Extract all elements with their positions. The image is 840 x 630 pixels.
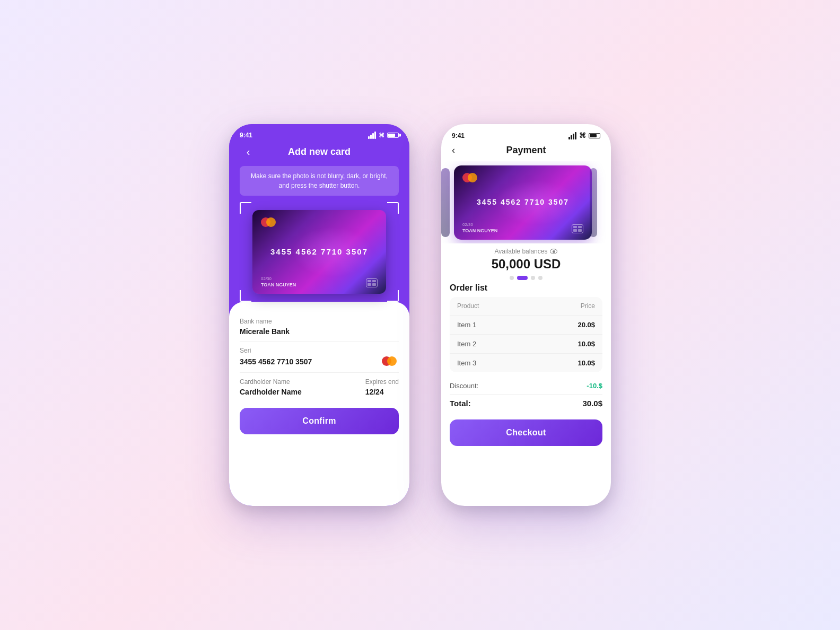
card2-number: 3455 4562 7710 3507 xyxy=(462,198,583,206)
card-expiry-holder: 02/30 TOAN NGUYEN xyxy=(261,276,296,287)
phone1-bottom: Bank name Micerale Bank Seri 3455 4562 7… xyxy=(229,302,409,506)
carousel-card-right xyxy=(590,168,597,237)
order-item-1: Item 1 20.0$ xyxy=(450,316,602,335)
mastercard-logo-icon xyxy=(261,217,276,227)
phone1-top: 9:41 ⌘ ‹ Add new card xyxy=(229,124,409,302)
total-row: Total: 30.0$ xyxy=(450,395,602,412)
expires-value: 12/24 xyxy=(365,388,399,396)
wifi-icon-dark: ⌘ xyxy=(579,132,586,139)
order-table: Product Price Item 1 20.0$ Item 2 10.0$ … xyxy=(450,297,602,372)
discount-label: Discount: xyxy=(450,382,478,390)
dot-1 xyxy=(510,276,514,280)
phone2-status-icons: ⌘ xyxy=(568,132,600,139)
balance-section: Available balances 50,000 USD xyxy=(441,243,611,274)
carousel-card-left xyxy=(441,168,450,237)
discount-row: Discount: -10.$ xyxy=(450,378,602,395)
item3-price: 10.0$ xyxy=(578,359,595,367)
order-header-row: Product Price xyxy=(450,297,602,316)
battery-icon xyxy=(387,133,399,138)
item2-price: 10.0$ xyxy=(578,340,595,348)
mastercard-logo-2-icon xyxy=(462,173,477,182)
scan-frame: 3455 4562 7710 3507 02/30 TOAN NGUYEN xyxy=(240,202,399,302)
card-preview-number: 3455 4562 7710 3507 xyxy=(261,247,378,256)
item1-price: 20.0$ xyxy=(578,321,595,329)
phone-add-card: 9:41 ⌘ ‹ Add new card xyxy=(229,124,409,506)
expires-label: Expires end xyxy=(365,378,399,386)
screens-container: 9:41 ⌘ ‹ Add new card xyxy=(229,124,611,506)
mastercard-icon xyxy=(382,356,399,367)
card2-holder: TOAN NGUYEN xyxy=(462,228,497,233)
bank-name-field: Bank name Micerale Bank xyxy=(240,312,399,342)
corner-bl xyxy=(240,290,251,302)
corner-tl xyxy=(240,202,251,214)
chip2-icon xyxy=(572,224,583,233)
carousel-dots xyxy=(441,276,611,280)
item2-name: Item 2 xyxy=(457,340,476,348)
card-preview: 3455 4562 7710 3507 02/30 TOAN NGUYEN xyxy=(252,210,386,294)
carousel-card-main: 3455 4562 7710 3507 02/30 TOAN NGUYEN xyxy=(454,165,592,240)
phone1-status-icons: ⌘ xyxy=(368,132,399,139)
eye-icon xyxy=(550,249,557,254)
signal-icon xyxy=(368,132,376,139)
bank-name-label: Bank name xyxy=(240,318,399,325)
card-holder-name: TOAN NGUYEN xyxy=(261,282,296,287)
scan-instruction: Make sure the photo is not blurry, dark,… xyxy=(240,166,399,196)
order-title: Order list xyxy=(450,283,602,293)
confirm-button[interactable]: Confirm xyxy=(240,408,399,434)
wifi-icon: ⌘ xyxy=(379,132,384,139)
chip-icon xyxy=(366,278,378,287)
phone2-status: 9:41 ⌘ xyxy=(441,124,611,145)
phone1-status-bar: 9:41 ⌘ xyxy=(240,132,399,139)
phone2-header: ‹ Payment xyxy=(441,145,611,161)
column-price: Price xyxy=(581,302,595,310)
seri-value: 3455 4562 7710 3507 xyxy=(240,357,312,366)
order-item-2: Item 2 10.0$ xyxy=(450,335,602,354)
bank-name-value: Micerale Bank xyxy=(240,327,399,336)
seri-label: Seri xyxy=(240,347,399,354)
phone2-title: Payment xyxy=(506,145,546,156)
cardholder-value: Cardholder Name xyxy=(240,388,302,396)
cardholder-row: Cardholder Name Cardholder Name Expires … xyxy=(240,378,399,396)
cardholder-field: Cardholder Name Cardholder Name Expires … xyxy=(240,373,399,401)
phone1-title: Add new card xyxy=(288,146,351,158)
balance-amount: 50,000 USD xyxy=(441,257,611,272)
card-carousel[interactable]: 3455 4562 7710 3507 02/30 TOAN NGUYEN xyxy=(441,161,611,243)
phone2-status-bar: 9:41 ⌘ xyxy=(452,132,600,139)
battery-icon-dark xyxy=(589,133,600,138)
dot-3 xyxy=(531,276,535,280)
item3-name: Item 3 xyxy=(457,359,476,367)
cardholder-label: Cardholder Name xyxy=(240,378,302,386)
order-item-3: Item 3 10.0$ xyxy=(450,354,602,372)
checkout-button[interactable]: Checkout xyxy=(450,419,602,446)
order-section: Order list Product Price Item 1 20.0$ It… xyxy=(441,283,611,506)
phone1-time: 9:41 xyxy=(240,132,252,139)
total-value: 30.0$ xyxy=(582,399,602,408)
card2-header xyxy=(462,173,583,182)
corner-tr xyxy=(387,202,399,214)
card-expiry: 02/30 xyxy=(261,276,296,281)
order-summary: Discount: -10.$ Total: 30.0$ xyxy=(450,378,602,415)
phone2-time: 9:41 xyxy=(452,132,465,139)
cardholder-group: Cardholder Name Cardholder Name xyxy=(240,378,302,396)
card-header xyxy=(261,217,378,227)
card2-bottom: 02/30 TOAN NGUYEN xyxy=(462,222,583,233)
card2-expiry: 02/30 xyxy=(462,222,497,227)
seri-field: Seri 3455 4562 7710 3507 xyxy=(240,342,399,373)
phone1-header: ‹ Add new card xyxy=(240,146,399,166)
seri-row: 3455 4562 7710 3507 xyxy=(240,356,399,367)
corner-br xyxy=(387,290,399,302)
column-product: Product xyxy=(457,302,479,310)
phone2-back-button[interactable]: ‹ xyxy=(452,145,455,156)
card2-expiry-holder: 02/30 TOAN NGUYEN xyxy=(462,222,497,233)
card-scanner: 3455 4562 7710 3507 02/30 TOAN NGUYEN xyxy=(240,202,399,302)
dot-2 xyxy=(517,276,528,280)
phone1-back-button[interactable]: ‹ xyxy=(240,144,257,161)
total-label: Total: xyxy=(450,399,471,408)
item1-name: Item 1 xyxy=(457,321,476,329)
card-bottom: 02/30 TOAN NGUYEN xyxy=(261,276,378,287)
phone-payment: 9:41 ⌘ ‹ Payment xyxy=(441,124,611,506)
dot-4 xyxy=(538,276,542,280)
discount-value: -10.$ xyxy=(587,382,602,390)
signal-icon-dark xyxy=(568,132,576,139)
expires-group: Expires end 12/24 xyxy=(365,378,399,396)
